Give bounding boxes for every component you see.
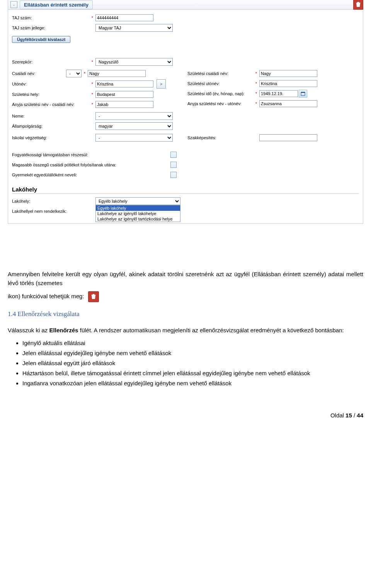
form-body: TAJ szám: * TAJ szám jellege: Magyar TAJ… bbox=[8, 10, 363, 219]
family-support-checkbox[interactable] bbox=[170, 162, 177, 168]
document-body: Amennyiben felvitelre került egy olyan ü… bbox=[8, 270, 363, 420]
required-mark: * bbox=[91, 92, 94, 97]
required-mark: * bbox=[91, 60, 94, 64]
birthplace-input[interactable] bbox=[95, 91, 153, 98]
bullet-list: Igénylő aktuális ellátásai Jelen ellátás… bbox=[22, 338, 363, 388]
list-item: Háztartáson belül, illetve támogatással … bbox=[22, 369, 363, 378]
label-disability: Fogyatékossági támogatásban részesül: bbox=[12, 152, 170, 157]
delete-button[interactable] bbox=[353, 0, 363, 10]
list-item: Igénylő aktuális ellátásai bbox=[22, 338, 363, 348]
doc-paragraph: Amennyiben felvitelre került egy olyan ü… bbox=[8, 271, 363, 286]
svg-rect-1 bbox=[301, 92, 305, 93]
page-current: 15 bbox=[345, 412, 352, 419]
label-education: Iskolai végzettség: bbox=[12, 135, 89, 140]
label-citizenship: Állampolgárság: bbox=[12, 124, 89, 128]
birth-given-input[interactable] bbox=[259, 80, 317, 87]
doc-paragraph: ikon) funkcióval tehetjük meg: bbox=[8, 293, 84, 299]
required-mark: * bbox=[91, 102, 94, 107]
doc-bold: Ellenőrzés bbox=[49, 327, 78, 333]
label-family: Családi név: bbox=[12, 71, 66, 76]
list-item: Jelen ellátással egyidejűleg igénybe nem… bbox=[22, 349, 363, 358]
single-parent-checkbox[interactable] bbox=[170, 172, 177, 178]
list-item: Jelen ellátással együtt járó ellátások bbox=[22, 359, 363, 368]
label-taj-type: TAJ szám jellege: bbox=[12, 26, 89, 30]
label-no-residence: Lakóhellyel nem rendelkezik: bbox=[12, 209, 89, 214]
section-heading: 1.4 Ellenőrzések vizsgálata bbox=[8, 309, 363, 319]
required-mark: * bbox=[83, 71, 86, 76]
panel-header: - Ellátásban érintett személy bbox=[8, 0, 363, 10]
doc-text: fülét. A rendszer automatikusan megjelen… bbox=[78, 327, 344, 333]
residence-options-list: Egyéb lakóhely Lakóhelye az igénylő lakó… bbox=[95, 205, 180, 222]
gender-select[interactable]: - bbox=[95, 112, 173, 120]
footer-text: Oldal bbox=[330, 412, 345, 419]
label-birthdate: Születési idő (év, hónap, nap): bbox=[187, 91, 253, 96]
residence-select[interactable]: Egyéb lakóhely bbox=[95, 197, 180, 205]
qualification-input[interactable] bbox=[259, 134, 317, 141]
calendar-button[interactable] bbox=[299, 90, 307, 97]
taj-type-select[interactable]: Magyar TAJ bbox=[95, 24, 173, 32]
trash-icon bbox=[356, 2, 361, 7]
collapse-button[interactable]: - bbox=[10, 1, 17, 8]
role-select[interactable]: Nagyszülő bbox=[95, 58, 173, 66]
mother-family-input[interactable] bbox=[95, 101, 153, 108]
residence-heading: Lakóhely bbox=[12, 186, 359, 194]
family-name-input[interactable] bbox=[88, 70, 146, 77]
taj-input[interactable] bbox=[95, 14, 153, 21]
label-birth-family: Születési családi név: bbox=[187, 71, 253, 76]
label-birth-given: Születési utónév: bbox=[187, 81, 253, 86]
label-qualification: Szakképesítés: bbox=[187, 135, 253, 140]
required-mark: * bbox=[91, 15, 94, 20]
required-mark: * bbox=[255, 101, 258, 106]
required-mark: * bbox=[255, 71, 258, 76]
label-birthplace: Születési hely: bbox=[12, 92, 89, 97]
trash-icon bbox=[91, 294, 96, 299]
required-mark: * bbox=[255, 91, 258, 96]
residence-option[interactable]: Lakóhelye az igénylő lakóhelye bbox=[96, 211, 180, 216]
inline-delete-icon bbox=[88, 291, 99, 302]
page-total: 44 bbox=[357, 412, 363, 419]
disability-checkbox[interactable] bbox=[170, 152, 177, 158]
label-mother-family: Anyja születési név - családi név: bbox=[12, 102, 89, 107]
label-family-support: Magasabb összegű családi pótlékot folyós… bbox=[12, 162, 170, 167]
birthdate-input[interactable] bbox=[259, 90, 298, 97]
footer-text: / bbox=[352, 412, 357, 419]
label-given: Utónév: bbox=[12, 82, 89, 86]
mother-given-input[interactable] bbox=[259, 100, 317, 107]
label-mother-given: Anyja születési név - utónév: bbox=[187, 101, 253, 106]
required-mark: * bbox=[91, 82, 94, 86]
citizenship-select[interactable]: magyar bbox=[95, 122, 173, 130]
person-panel: - Ellátásban érintett személy TAJ szám: … bbox=[8, 0, 363, 224]
doc-text: Válasszuk ki az bbox=[8, 327, 49, 333]
page-footer: Oldal 15 / 44 bbox=[8, 411, 363, 420]
name-prefix-select[interactable]: - bbox=[66, 70, 82, 77]
label-taj: TAJ szám: bbox=[12, 15, 89, 20]
label-single-parent: Gyermekét egyedülállóként neveli: bbox=[12, 173, 170, 177]
label-role: Szerepkör: bbox=[12, 60, 89, 64]
label-gender: Neme: bbox=[12, 114, 89, 118]
pick-client-button[interactable]: Ügyféltörzsből kiválaszt bbox=[12, 36, 70, 43]
given-name-input[interactable] bbox=[95, 80, 153, 87]
birth-family-input[interactable] bbox=[259, 70, 317, 77]
copy-name-button[interactable]: > bbox=[157, 79, 166, 89]
education-select[interactable]: - bbox=[95, 134, 173, 142]
list-item: Ingatlanra vonatkozóan jelen ellátással … bbox=[22, 379, 363, 388]
residence-option[interactable]: Lakóhelye az igénylő tartózkodási helye bbox=[96, 216, 180, 222]
panel-title: Ellátásban érintett személy bbox=[20, 0, 93, 9]
required-mark: * bbox=[255, 81, 258, 86]
residence-option[interactable]: Egyéb lakóhely bbox=[96, 205, 180, 211]
calendar-icon bbox=[301, 91, 305, 96]
label-residence: Lakóhely: bbox=[12, 199, 89, 203]
